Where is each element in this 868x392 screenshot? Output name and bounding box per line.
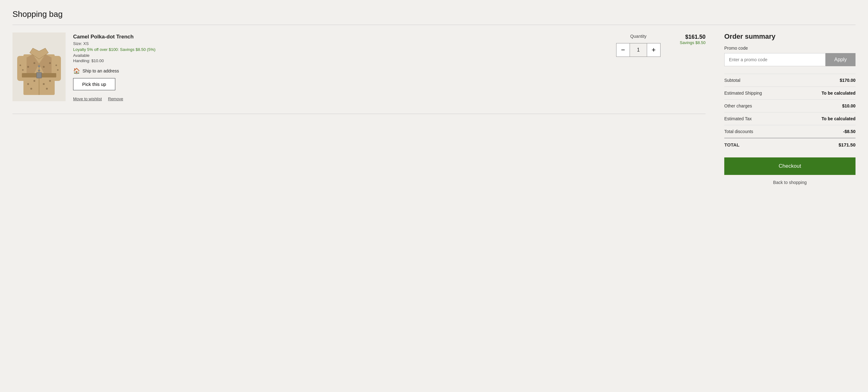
total-label: TOTAL xyxy=(724,142,740,148)
svg-point-23 xyxy=(38,65,40,67)
total-value: $171.50 xyxy=(839,142,856,148)
price-savings: Savings $8.50 xyxy=(680,40,706,45)
shipping-label: Estimated Shipping xyxy=(724,91,762,96)
svg-point-14 xyxy=(33,80,35,82)
order-summary: Order summary Promo code Apply Subtotal … xyxy=(724,32,856,185)
remove-button[interactable]: Remove xyxy=(108,97,123,101)
promo-label: Promo code xyxy=(724,45,856,51)
discounts-value: -$8.50 xyxy=(843,129,856,134)
svg-point-21 xyxy=(56,65,57,66)
quantity-controls: − 1 + xyxy=(616,43,660,57)
loyalty-text: Loyalty 5% off over $100: Savings $8.50 … xyxy=(73,47,609,52)
discounts-row: Total discounts -$8.50 xyxy=(724,125,856,138)
pickup-button[interactable]: Pick this up xyxy=(73,78,115,90)
order-summary-title: Order summary xyxy=(724,32,856,41)
cart-actions: Move to wishlist Remove xyxy=(73,97,609,101)
price-section: $161.50 Savings $8.50 xyxy=(668,32,706,45)
quantity-label: Quantity xyxy=(630,34,647,39)
cart-divider xyxy=(12,114,706,114)
other-charges-value: $10.00 xyxy=(842,103,856,108)
promo-row: Apply xyxy=(724,53,856,66)
svg-point-18 xyxy=(46,88,48,90)
ship-to-address-label: Ship to an address xyxy=(83,68,119,73)
product-size: Size: XS xyxy=(73,41,609,46)
move-to-wishlist-button[interactable]: Move to wishlist xyxy=(73,97,102,101)
cart-item: Camel Polka-dot Trench Size: XS Loyalty … xyxy=(12,32,706,111)
product-image-svg xyxy=(17,36,61,98)
svg-point-9 xyxy=(27,66,29,68)
shipping-value: To be calculated xyxy=(822,91,856,96)
svg-point-17 xyxy=(30,88,32,90)
product-name: Camel Polka-dot Trench xyxy=(73,34,609,40)
product-handling: Handling: $10.00 xyxy=(73,58,609,63)
svg-point-10 xyxy=(33,62,35,64)
price-current: $161.50 xyxy=(685,34,706,40)
subtotal-row: Subtotal $170.00 xyxy=(724,74,856,87)
svg-point-22 xyxy=(57,69,59,71)
svg-point-12 xyxy=(49,62,51,64)
subtotal-label: Subtotal xyxy=(724,78,740,83)
svg-point-15 xyxy=(43,83,45,85)
shipping-row: Estimated Shipping To be calculated xyxy=(724,87,856,99)
quantity-section: Quantity − 1 + xyxy=(616,32,660,57)
subtotal-value: $170.00 xyxy=(840,78,856,83)
checkout-button[interactable]: Checkout xyxy=(724,157,856,175)
svg-point-20 xyxy=(22,69,24,71)
discounts-label: Total discounts xyxy=(724,129,753,134)
svg-point-13 xyxy=(27,83,29,85)
tax-value: To be calculated xyxy=(822,116,856,121)
svg-point-19 xyxy=(20,65,21,66)
product-info: Camel Polka-dot Trench Size: XS Loyalty … xyxy=(73,32,609,101)
svg-point-11 xyxy=(43,66,45,68)
back-to-shopping-link[interactable]: Back to shopping xyxy=(724,180,856,185)
promo-input[interactable] xyxy=(724,53,826,66)
quantity-increase-button[interactable]: + xyxy=(647,43,660,57)
tax-row: Estimated Tax To be calculated xyxy=(724,112,856,125)
other-charges-row: Other charges $10.00 xyxy=(724,99,856,112)
total-row: TOTAL $171.50 xyxy=(724,138,856,151)
svg-point-16 xyxy=(49,80,51,82)
quantity-decrease-button[interactable]: − xyxy=(616,43,630,57)
cart-section: Camel Polka-dot Trench Size: XS Loyalty … xyxy=(12,32,706,114)
other-charges-label: Other charges xyxy=(724,103,752,108)
main-layout: Camel Polka-dot Trench Size: XS Loyalty … xyxy=(12,32,856,185)
quantity-value: 1 xyxy=(630,43,647,57)
svg-point-24 xyxy=(38,70,40,71)
page-title: Shopping bag xyxy=(12,9,856,19)
svg-rect-8 xyxy=(36,72,41,78)
ship-to-address: 🏠 Ship to an address xyxy=(73,67,609,74)
ship-icon: 🏠 xyxy=(73,67,80,74)
apply-button[interactable]: Apply xyxy=(826,53,856,66)
product-availability: Available xyxy=(73,53,609,58)
product-image xyxy=(12,32,66,101)
header-divider xyxy=(12,25,856,25)
tax-label: Estimated Tax xyxy=(724,116,752,121)
